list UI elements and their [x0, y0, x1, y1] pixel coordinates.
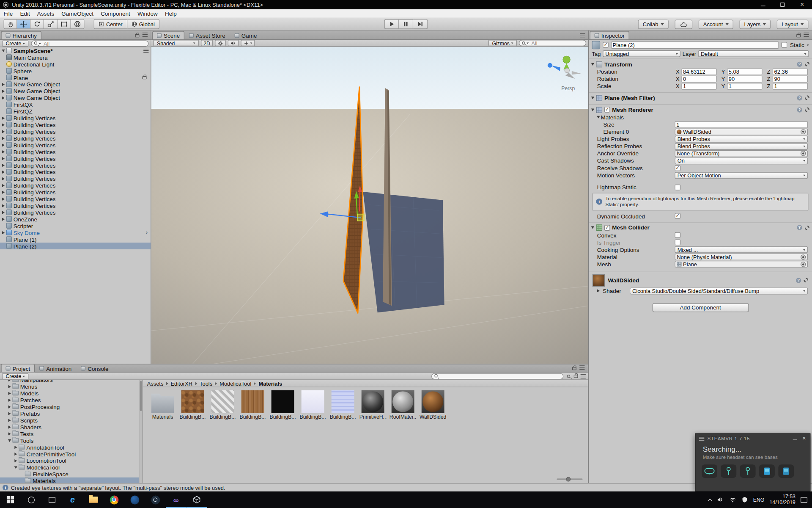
help-icon[interactable] [797, 95, 802, 100]
scene-search[interactable] [519, 40, 586, 46]
object-picker-icon[interactable] [801, 254, 806, 260]
slider-thumb[interactable] [566, 477, 571, 482]
hierarchy-item[interactable]: Building Vertices [0, 209, 151, 215]
physic-material-field[interactable]: None (Physic Material) [675, 254, 808, 260]
hierarchy-item[interactable]: Building Vertices [0, 189, 151, 196]
lightmap-static-checkbox[interactable] [675, 184, 680, 190]
space-toggle-button[interactable]: Global [127, 19, 159, 29]
base-station-status-tile[interactable] [759, 464, 775, 478]
hierarchy-item[interactable]: Building Vertices [0, 115, 151, 121]
mesh-object-field[interactable]: Plane [675, 261, 808, 268]
chevron-right-icon[interactable] [145, 229, 148, 235]
expand-arrow-icon[interactable] [2, 89, 5, 92]
size-input[interactable] [675, 121, 807, 127]
folder-row[interactable]: Tests [0, 430, 139, 437]
scene-search-input[interactable] [530, 40, 583, 46]
view-tab[interactable]: Game [230, 31, 262, 39]
base-station-status-tile[interactable] [778, 464, 794, 478]
asset-item[interactable]: BuildingB... [240, 390, 265, 420]
asset-thumbnail[interactable] [392, 390, 414, 413]
asset-item[interactable]: BuildingB... [300, 390, 325, 420]
hierarchy-search[interactable] [31, 40, 148, 47]
breadcrumb-item[interactable]: Materials [258, 380, 282, 387]
z-input[interactable] [773, 69, 807, 74]
asset-item[interactable]: BuildingB... [330, 390, 355, 420]
tab-hierarchy[interactable]: Hierarchy [1, 31, 41, 39]
expand-arrow-icon[interactable] [8, 425, 11, 428]
hierarchy-item[interactable]: Building Vertices [0, 175, 151, 182]
asset-item[interactable]: RoofMater... [390, 390, 415, 420]
y-field[interactable] [727, 83, 762, 89]
persp-label[interactable]: Persp [561, 86, 575, 91]
z-field[interactable] [773, 83, 808, 89]
x-field[interactable] [681, 83, 716, 89]
name-field[interactable] [611, 41, 779, 48]
asset-thumbnail[interactable] [332, 390, 354, 413]
asset-item[interactable]: BuildingB... [180, 390, 205, 420]
asset-thumbnail[interactable] [241, 390, 264, 413]
maximize-button[interactable] [773, 0, 793, 9]
expand-arrow-icon[interactable] [8, 385, 11, 388]
expand-arrow-icon[interactable] [2, 157, 5, 160]
expand-arrow-icon[interactable] [2, 163, 5, 166]
expand-arrow-icon[interactable] [2, 144, 5, 146]
y-input[interactable] [727, 83, 762, 89]
volume-icon[interactable] [717, 497, 724, 503]
expand-arrow-icon[interactable] [8, 419, 11, 422]
y-field[interactable] [727, 75, 762, 82]
mesh-renderer-header[interactable]: Mesh Renderer [589, 106, 812, 113]
search-by-label-icon[interactable] [574, 375, 578, 378]
object-picker-icon[interactable] [801, 129, 806, 134]
foldout-icon[interactable] [591, 108, 594, 111]
y-input[interactable] [727, 76, 762, 81]
folder-row[interactable]: Prefabs [0, 410, 139, 417]
taskbar-app-purple[interactable] [166, 491, 187, 508]
z-input[interactable] [773, 83, 807, 89]
status-bar[interactable]: Created eye textures with a "separate" l… [0, 483, 812, 491]
expand-arrow-icon[interactable] [14, 459, 17, 462]
minimize-button[interactable] [753, 0, 773, 9]
expand-arrow-icon[interactable] [8, 432, 11, 435]
asset-item[interactable]: WallDSided [420, 390, 445, 420]
folder-row[interactable]: Models [0, 390, 139, 397]
search-filter-icon[interactable] [39, 43, 41, 45]
asset-thumbnail[interactable] [362, 390, 384, 413]
static-checkbox[interactable] [782, 42, 787, 47]
name-input[interactable] [612, 42, 779, 48]
collab-dropdown[interactable]: Collab [638, 19, 669, 29]
favorites-icon[interactable] [581, 374, 586, 378]
menu-item[interactable]: Assets [33, 9, 58, 18]
is-trigger-checkbox[interactable] [675, 240, 680, 245]
hierarchy-item[interactable]: FirstQZ [0, 108, 151, 115]
task-view-button[interactable] [41, 491, 62, 508]
asset-thumbnail[interactable] [272, 390, 294, 413]
expand-arrow-icon[interactable] [2, 170, 5, 173]
lock-icon[interactable] [796, 34, 801, 37]
expand-arrow-icon[interactable] [2, 49, 5, 52]
hierarchy-item[interactable]: Main Camera [0, 54, 151, 61]
transform-header[interactable]: Transform [589, 60, 812, 68]
scene-menu-icon[interactable] [143, 48, 148, 52]
add-component-button[interactable]: Add Component [652, 303, 749, 312]
help-icon[interactable] [797, 107, 802, 112]
z-field[interactable] [773, 68, 808, 75]
expand-arrow-icon[interactable] [8, 412, 11, 415]
gizmo-center[interactable] [357, 214, 364, 221]
x-field[interactable] [681, 75, 716, 82]
foldout-icon[interactable] [597, 116, 600, 119]
material-header[interactable]: WallDSided [589, 273, 812, 287]
motion-vectors-dropdown[interactable]: Per Object Motion [675, 172, 808, 179]
hierarchy-item[interactable]: Building Vertices [0, 155, 151, 162]
asset-thumbnail[interactable] [422, 390, 444, 413]
taskbar-app-dark[interactable] [145, 491, 166, 508]
folder-row[interactable]: Patches [0, 397, 139, 403]
search-filter-icon[interactable] [527, 42, 529, 45]
asset-thumbnail[interactable] [211, 390, 234, 413]
light-probes-dropdown[interactable]: Blend Probes [675, 135, 808, 142]
steamvr-menu-icon[interactable] [699, 437, 704, 441]
menu-item[interactable]: Window [134, 9, 161, 18]
taskbar-app-unity[interactable] [187, 491, 207, 508]
hierarchy-item[interactable]: Building Vertices [0, 141, 151, 148]
view-tab[interactable]: Scene [152, 31, 184, 39]
expand-arrow-icon[interactable] [2, 211, 5, 214]
